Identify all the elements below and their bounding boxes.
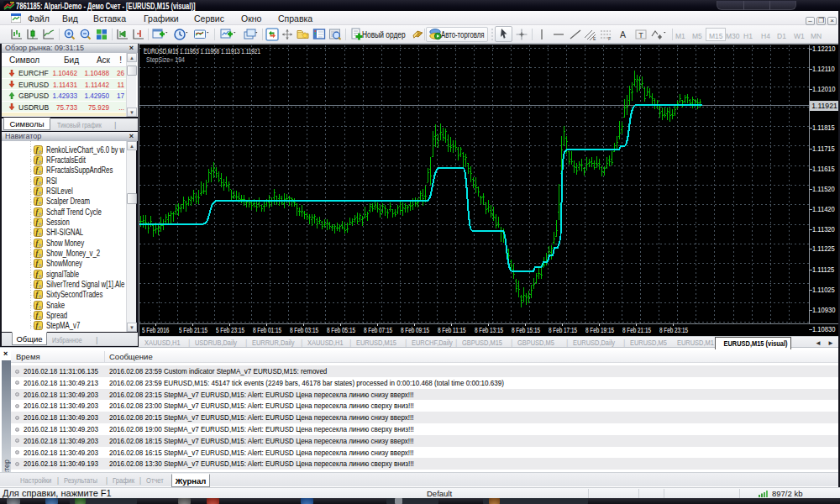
svg-text:E: E	[593, 36, 596, 41]
svg-text:F: F	[608, 36, 611, 41]
svg-text:StepSize= 194: StepSize= 194	[146, 55, 185, 64]
svg-text:EURUSD,M15 1.11953 1.11958 1.: EURUSD,M15 1.11953 1.11958 1.11913 1.119…	[144, 47, 260, 55]
svg-text:T: T	[638, 31, 643, 39]
